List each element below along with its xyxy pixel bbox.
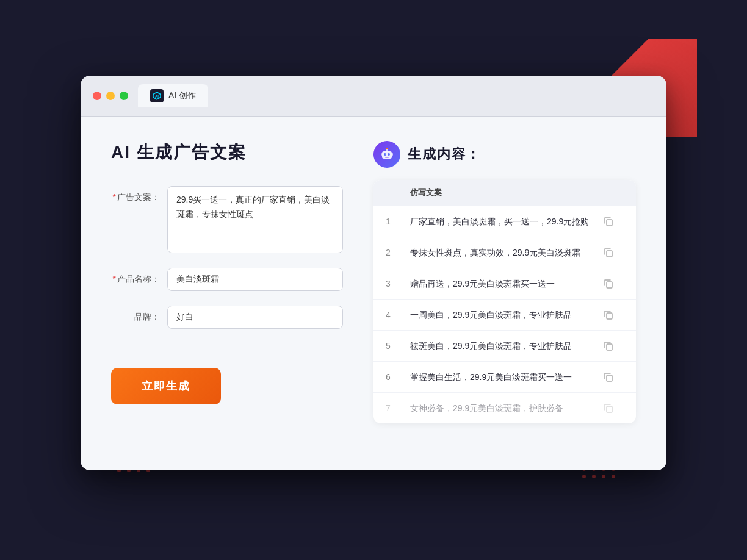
- product-name-input[interactable]: [167, 268, 343, 291]
- traffic-light-maximize[interactable]: [120, 92, 128, 100]
- svg-rect-12: [607, 220, 612, 226]
- row-text: 掌握美白生活，29.9元美白淡斑霜买一送一: [410, 371, 602, 384]
- scene: AI AI 创作 AI 生成广告文案 *广告文案：: [68, 51, 679, 509]
- browser-window: AI AI 创作 AI 生成广告文案 *广告文案：: [81, 76, 666, 470]
- table-row: 4一周美白，29.9元美白淡斑霜，专业护肤品: [374, 300, 636, 331]
- copy-icon[interactable]: [602, 246, 615, 259]
- right-panel: 生成内容： 仿写文案 1厂家直销，美白淡斑霜，买一送一，29.9元抢购 2专抹女…: [374, 141, 636, 446]
- copy-icon[interactable]: [602, 277, 615, 290]
- ai-tab-icon: AI: [150, 89, 164, 102]
- page-title: AI 生成广告文案: [111, 141, 343, 164]
- results-title: 生成内容：: [408, 145, 481, 163]
- results-header: 生成内容：: [374, 141, 636, 168]
- table-row: 5祛斑美白，29.9元美白淡斑霜，专业护肤品: [374, 331, 636, 362]
- generate-button[interactable]: 立即生成: [111, 368, 221, 404]
- svg-rect-15: [607, 313, 612, 319]
- svg-rect-10: [381, 153, 382, 156]
- brand-label: 品牌：: [111, 306, 160, 323]
- svg-point-7: [385, 154, 386, 155]
- copy-icon[interactable]: [602, 370, 615, 384]
- row-number: 2: [386, 248, 410, 257]
- row-text: 祛斑美白，29.9元美白淡斑霜，专业护肤品: [410, 340, 602, 353]
- row-text: 女神必备，29.9元美白淡斑霜，护肤必备: [410, 402, 602, 415]
- table-column-header: 仿写文案: [410, 187, 602, 198]
- brand-input[interactable]: [167, 306, 343, 329]
- robot-icon: [374, 141, 400, 168]
- row-text: 赠品再送，29.9元美白淡斑霜买一送一: [410, 278, 602, 290]
- traffic-light-close[interactable]: [93, 92, 101, 100]
- form-group-brand: 品牌：: [111, 306, 343, 329]
- table-row: 7女神必备，29.9元美白淡斑霜，护肤必备: [374, 393, 636, 423]
- row-number: 6: [386, 372, 410, 382]
- svg-rect-17: [607, 375, 612, 381]
- svg-rect-14: [607, 282, 612, 288]
- svg-rect-9: [385, 157, 389, 158]
- left-panel: AI 生成广告文案 *广告文案： *产品名称： 品: [111, 141, 343, 446]
- browser-tab[interactable]: AI AI 创作: [138, 84, 208, 107]
- copy-icon[interactable]: [602, 215, 615, 228]
- row-number: 7: [386, 403, 410, 413]
- row-number: 3: [386, 279, 410, 289]
- required-star-product: *: [113, 274, 116, 284]
- table-row: 2专抹女性斑点，真实功效，29.9元美白淡斑霜: [374, 237, 636, 268]
- table-row: 6掌握美白生活，29.9元美白淡斑霜买一送一: [374, 362, 636, 393]
- svg-rect-18: [607, 406, 612, 412]
- results-list: 1厂家直销，美白淡斑霜，买一送一，29.9元抢购 2专抹女性斑点，真实功效，29…: [374, 206, 636, 423]
- row-text: 一周美白，29.9元美白淡斑霜，专业护肤品: [410, 309, 602, 321]
- ad-copy-label: *广告文案：: [111, 186, 160, 203]
- browser-titlebar: AI AI 创作: [81, 76, 666, 117]
- tab-label: AI 创作: [168, 90, 196, 101]
- row-number: 4: [386, 310, 410, 320]
- svg-rect-16: [607, 344, 612, 350]
- results-table-header: 仿写文案: [374, 180, 636, 206]
- copy-icon[interactable]: [602, 401, 615, 415]
- form-group-product-name: *产品名称：: [111, 268, 343, 291]
- copy-icon[interactable]: [602, 339, 615, 353]
- product-name-label: *产品名称：: [111, 268, 160, 285]
- row-number: 1: [386, 217, 410, 226]
- copy-icon[interactable]: [602, 308, 615, 321]
- svg-rect-11: [392, 153, 393, 156]
- browser-content: AI 生成广告文案 *广告文案： *产品名称： 品: [81, 117, 666, 470]
- svg-rect-13: [607, 251, 612, 257]
- row-text: 厂家直销，美白淡斑霜，买一送一，29.9元抢购: [410, 215, 602, 228]
- ad-copy-input[interactable]: [167, 186, 343, 253]
- traffic-lights: [93, 92, 128, 100]
- results-container: 仿写文案 1厂家直销，美白淡斑霜，买一送一，29.9元抢购 2专抹女性斑点，真实…: [374, 180, 636, 423]
- svg-text:AI: AI: [155, 95, 159, 98]
- svg-point-4: [386, 148, 388, 149]
- table-row: 3赠品再送，29.9元美白淡斑霜买一送一: [374, 268, 636, 300]
- required-star-ad-copy: *: [113, 192, 116, 202]
- traffic-light-minimize[interactable]: [106, 92, 115, 100]
- row-number: 5: [386, 341, 410, 351]
- row-text: 专抹女性斑点，真实功效，29.9元美白淡斑霜: [410, 246, 602, 259]
- form-group-ad-copy: *广告文案：: [111, 186, 343, 253]
- svg-point-8: [389, 154, 390, 155]
- table-row: 1厂家直销，美白淡斑霜，买一送一，29.9元抢购: [374, 206, 636, 237]
